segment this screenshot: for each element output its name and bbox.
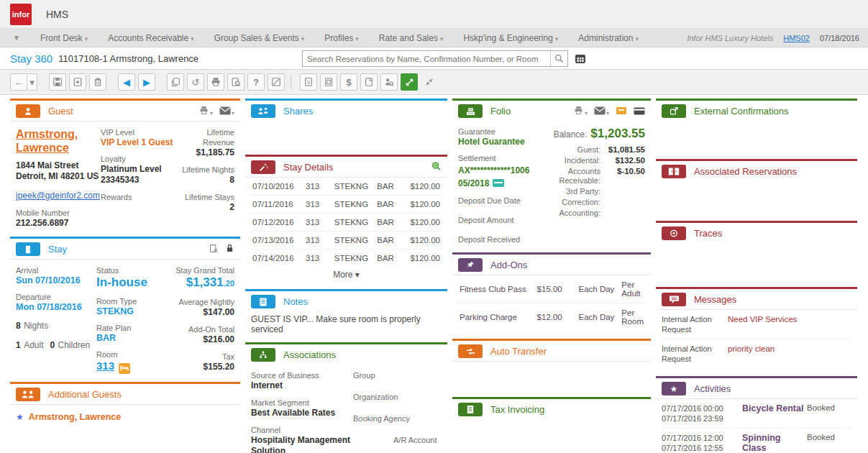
tax-invoicing-card: Tax Invoicing (452, 397, 651, 453)
star-icon: ★ (662, 382, 686, 395)
next-record-button[interactable]: ▶ (138, 73, 155, 91)
menu-group-sales-events[interactable]: Group Sales & Events▾ (214, 33, 305, 43)
guest-email-link[interactable]: jpeek@gdeinfor2.com (16, 191, 100, 201)
search-icon[interactable] (550, 51, 567, 66)
menu-front-desk[interactable]: Front Desk▾ (40, 33, 88, 43)
reservation-identifier: 11017108-1 Armstrong, Lawrence (58, 53, 198, 64)
source-of-business-label: Source of Business (251, 370, 353, 380)
stay-detail-row[interactable]: 07/10/2016 313 STEKNG BAR $120.00 (251, 178, 442, 196)
guest-balance-label: Guest: (577, 145, 600, 155)
quick-post-button[interactable] (401, 73, 418, 91)
save-button[interactable] (49, 73, 66, 91)
print-button[interactable] (207, 73, 224, 91)
menu-collapse-caret-icon[interactable]: ▼ (13, 34, 20, 42)
credit-card-icon[interactable] (634, 105, 645, 118)
folio-view-button[interactable] (360, 73, 378, 91)
settlement-label: Settlement (458, 153, 552, 163)
station-link[interactable]: HMS02 (783, 34, 810, 42)
activity-row[interactable]: 07/17/2016 12:00 07/17/2016 12:55 Spinni… (662, 429, 851, 453)
accounts-receivable-balance: $-10.50 (600, 167, 645, 176)
activities-card: ★ Activities 07/17/2016 00:00 07/17/2016… (656, 376, 857, 453)
message-row[interactable]: Internal Action Request Need VIP Service… (662, 310, 851, 339)
lifetime-stays-label: Lifetime Stays (178, 192, 234, 202)
person-icon (16, 104, 40, 118)
loyalty-label: Loyalty (101, 154, 178, 164)
stay-detail-row[interactable]: 07/14/2016 313 STEKNG BAR $120.00 (251, 250, 442, 267)
rate-plan: BAR (96, 333, 168, 343)
associations-card: Associations Source of Business Internet… (245, 342, 447, 453)
activity-row[interactable]: 07/17/2016 00:00 07/17/2016 23:59 Bicycl… (662, 399, 851, 429)
note-text: GUEST IS VIP... Make sure room is proper… (251, 314, 442, 334)
credit-card-icon[interactable] (493, 179, 504, 187)
menu-administration[interactable]: Administration▾ (578, 33, 639, 43)
associated-reservations-card: Associated Reservations (656, 159, 857, 217)
menu-housekeeping-engineering[interactable]: Hskp'ing & Engineering▾ (463, 33, 558, 43)
help-button[interactable]: ? (247, 73, 265, 91)
card-title: Traces (694, 228, 722, 239)
room-number-link[interactable]: 313 (96, 360, 114, 372)
email-icon[interactable]: ▾ (219, 105, 234, 118)
addon-frequency: Each Day (577, 303, 620, 331)
chevron-down-icon: ▾ (355, 270, 360, 280)
detail-room: 313 (304, 214, 333, 232)
svg-text:S: S (307, 80, 311, 86)
auto-transfer-card: Auto Transfer (452, 339, 651, 393)
back-dropdown-caret-icon[interactable]: ▾ (27, 73, 37, 91)
room-status-button[interactable] (320, 73, 337, 91)
preview-button[interactable] (227, 73, 245, 91)
ar-account-label: A/R Account (353, 435, 442, 445)
delete-button[interactable] (89, 73, 106, 91)
edit-disabled-button[interactable] (268, 73, 285, 91)
add-on-row[interactable]: Parking Charge $12.00 Each Day Per Room (458, 303, 645, 331)
rewards-label: Rewards (101, 192, 178, 202)
card-title: Activities (694, 383, 731, 394)
message-type: Internal Action Request (662, 344, 728, 364)
no-post-icon[interactable] (209, 243, 219, 256)
undo-button[interactable]: ↺ (187, 73, 204, 91)
add-on-row[interactable]: Fitness Club Pass $15.00 Each Day Per Ad… (458, 275, 645, 303)
stay-detail-row[interactable]: 07/12/2016 313 STEKNG BAR $120.00 (251, 214, 442, 232)
mobile-number: 212.256.6897 (16, 218, 101, 229)
chevron-down-icon: ▾ (355, 35, 359, 42)
payment-button[interactable]: $ (340, 73, 357, 91)
folio-balance: $1,203 (590, 127, 628, 141)
detail-rate-plan: BAR (375, 196, 408, 214)
traces-card: Traces (656, 221, 857, 283)
calendar-icon[interactable] (575, 53, 586, 65)
activity-status: Booked (807, 403, 851, 412)
cashier-button[interactable]: S (300, 73, 317, 91)
save-new-button[interactable] (69, 73, 86, 91)
deposit-received-label: Deposit Received (458, 234, 552, 244)
search-input[interactable] (303, 55, 550, 63)
stay-detail-row[interactable]: 07/13/2016 313 STEKNG BAR $120.00 (251, 232, 442, 250)
email-icon[interactable]: ▾ (594, 105, 609, 118)
average-nightly-label: Average Nightly (168, 297, 234, 307)
resize-layout-button[interactable] (421, 73, 438, 91)
additional-guest-row[interactable]: ★ Armstrong, Lawrence (16, 411, 234, 424)
addon-total: $216.00 (168, 334, 234, 345)
stay-detail-row[interactable]: 07/11/2016 313 STEKNG BAR $120.00 (251, 196, 442, 214)
card-title: Auto Transfer (490, 346, 547, 357)
housekeeping-bed-icon[interactable] (119, 363, 130, 374)
more-link[interactable]: More ▾ (251, 267, 442, 281)
back-button[interactable]: ← (10, 73, 27, 91)
message-row[interactable]: Internal Action Request priority clean (662, 339, 851, 368)
menu-profiles[interactable]: Profiles▾ (324, 33, 359, 43)
card-title: Guest (48, 106, 73, 116)
notes-card: Notes GUEST IS VIP... Make sure room is … (245, 289, 447, 339)
accounting-label: Accounting: (559, 209, 600, 218)
cash-drawer-icon[interactable] (616, 105, 627, 118)
average-nightly: $147.00 (168, 307, 234, 318)
guest-name-link[interactable]: Armstrong, Lawrence (16, 127, 101, 155)
copy-button[interactable] (167, 73, 184, 91)
rate-query-icon[interactable] (431, 161, 442, 174)
target-icon (662, 226, 686, 240)
menu-rate-and-sales[interactable]: Rate and Sales▾ (379, 33, 444, 43)
previous-record-button[interactable]: ◀ (118, 73, 135, 91)
stay-card: Stay Arrival Sun 07/10/2016 Departure Mo… (10, 237, 240, 378)
print-icon[interactable]: ▾ (573, 105, 588, 118)
guest-search-button[interactable] (380, 73, 398, 91)
lock-icon[interactable] (225, 243, 234, 256)
print-icon[interactable]: ▾ (198, 105, 213, 118)
menu-accounts-receivable[interactable]: Accounts Receivable▾ (108, 33, 194, 43)
